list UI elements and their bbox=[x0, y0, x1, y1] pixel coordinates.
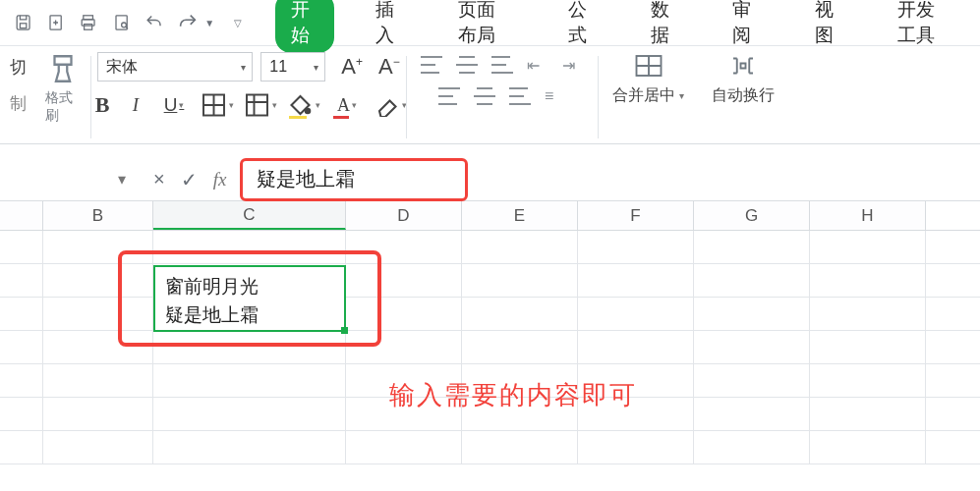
tab-review[interactable]: 审阅 bbox=[719, 0, 774, 54]
chevron-down-icon: ▾ bbox=[241, 62, 246, 73]
copy-label[interactable]: 制 bbox=[10, 92, 27, 115]
align-right-icon[interactable] bbox=[509, 87, 531, 105]
col-header-g[interactable]: G bbox=[694, 201, 810, 230]
font-name-combo[interactable]: 宋体▾ bbox=[97, 52, 253, 82]
svg-rect-9 bbox=[247, 95, 267, 116]
alignment-group: ⇤ ⇥ ≡ bbox=[407, 52, 598, 143]
fill-color-button[interactable]: ▾ bbox=[287, 93, 320, 117]
instruction-annotation: 输入需要的内容即可 bbox=[389, 378, 637, 412]
wrap-label: 自动换行 bbox=[712, 85, 775, 106]
align-left-icon[interactable] bbox=[438, 87, 460, 105]
chevron-down-icon: ▾ bbox=[314, 62, 318, 73]
cell-line-1: 窗前明月光 bbox=[165, 273, 334, 301]
clipboard-cut-group: 切 制 bbox=[0, 52, 35, 143]
print-icon[interactable] bbox=[79, 12, 97, 33]
formula-input[interactable]: 疑是地上霜 bbox=[240, 158, 468, 201]
font-group: 宋体▾ 11▾ A+ A− B I U▾ ▾ ▾ ▾ A▾ ▾ bbox=[91, 52, 406, 143]
indent-increase-icon[interactable]: ⇥ bbox=[562, 56, 584, 74]
svg-rect-1 bbox=[20, 24, 26, 28]
cell-line-2: 疑是地上霜 bbox=[165, 301, 334, 330]
redo-dropdown-icon[interactable]: ▼ bbox=[204, 18, 214, 28]
svg-point-10 bbox=[306, 109, 311, 114]
redo-icon[interactable] bbox=[177, 12, 199, 33]
merge-icon bbox=[634, 52, 663, 80]
chevron-down-icon: ▾ bbox=[679, 90, 684, 101]
cancel-edit-button[interactable]: × bbox=[153, 168, 165, 191]
italic-button[interactable]: I bbox=[124, 93, 147, 117]
align-middle-icon[interactable] bbox=[456, 56, 478, 74]
col-header-b[interactable]: B bbox=[43, 201, 153, 230]
align-center-icon[interactable] bbox=[474, 87, 495, 105]
col-header-e[interactable]: E bbox=[462, 201, 578, 230]
col-header-h[interactable]: H bbox=[810, 201, 926, 230]
format-painter-group: 格式刷 bbox=[35, 52, 90, 143]
align-bottom-icon[interactable] bbox=[491, 56, 513, 74]
tab-devtools[interactable]: 开发工具 bbox=[884, 0, 966, 54]
save-icon[interactable] bbox=[14, 12, 32, 33]
column-headers: B C D E F G H bbox=[0, 201, 980, 231]
brush-icon[interactable] bbox=[46, 52, 80, 85]
confirm-edit-button[interactable]: ✓ bbox=[181, 168, 198, 191]
format-painter-label[interactable]: 格式刷 bbox=[45, 89, 81, 125]
font-size-value: 11 bbox=[269, 58, 287, 76]
justify-icon[interactable]: ≡ bbox=[545, 87, 566, 105]
new-icon[interactable] bbox=[46, 12, 65, 33]
fill-handle[interactable] bbox=[341, 327, 348, 334]
quick-access-toolbar: ▼ ▽ 开始 插入 页面布局 公式 数据 审阅 视图 开发工具 bbox=[0, 0, 980, 45]
tab-start[interactable]: 开始 bbox=[275, 0, 334, 53]
font-name-value: 宋体 bbox=[106, 57, 138, 78]
col-header-d[interactable]: D bbox=[346, 201, 462, 230]
worksheet-grid: B C D E F G H 窗前明月光 疑是地上霜 输入需要的内容即可 bbox=[0, 201, 980, 464]
tab-insert[interactable]: 插入 bbox=[362, 0, 417, 54]
font-color-button[interactable]: A▾ bbox=[330, 93, 364, 117]
active-cell-editor[interactable]: 窗前明月光 疑是地上霜 bbox=[153, 265, 346, 332]
col-header-c[interactable]: C bbox=[153, 201, 346, 230]
svg-rect-5 bbox=[85, 25, 92, 30]
formula-input-value: 疑是地上霜 bbox=[257, 166, 355, 192]
font-size-combo[interactable]: 11▾ bbox=[260, 52, 325, 82]
decrease-font-icon[interactable]: A− bbox=[378, 54, 400, 80]
preview-icon[interactable] bbox=[112, 12, 131, 33]
qat-customize-icon[interactable]: ▽ bbox=[234, 18, 242, 28]
bold-button[interactable]: B bbox=[90, 93, 114, 117]
col-header-blank[interactable] bbox=[0, 201, 43, 230]
undo-icon[interactable] bbox=[144, 12, 163, 33]
formula-bar: ▾ × ✓ fx 疑是地上霜 bbox=[0, 144, 980, 201]
col-header-f[interactable]: F bbox=[578, 201, 694, 230]
tab-formula[interactable]: 公式 bbox=[554, 0, 609, 54]
eraser-button[interactable]: ▾ bbox=[374, 93, 407, 117]
wrap-text-button[interactable]: 自动换行 bbox=[698, 52, 788, 143]
cut-label[interactable]: 切 bbox=[10, 56, 27, 79]
underline-button[interactable]: U▾ bbox=[157, 93, 191, 117]
borders-button[interactable]: ▾ bbox=[201, 93, 234, 117]
cell-style-button[interactable]: ▾ bbox=[244, 93, 277, 117]
rows bbox=[0, 231, 980, 464]
tab-data[interactable]: 数据 bbox=[637, 0, 692, 54]
merge-label: 合并居中 bbox=[612, 85, 675, 106]
ribbon: 切 制 格式刷 宋体▾ 11▾ A+ A− B I U▾ ▾ ▾ ▾ A▾ ▾ bbox=[0, 46, 980, 144]
increase-font-icon[interactable]: A+ bbox=[341, 54, 363, 80]
namebox-dropdown[interactable]: ▾ bbox=[108, 166, 136, 193]
wrap-icon bbox=[728, 52, 758, 80]
tab-view[interactable]: 视图 bbox=[801, 0, 856, 54]
align-top-icon[interactable] bbox=[421, 56, 442, 74]
merge-center-button[interactable]: 合并居中▾ bbox=[599, 52, 698, 143]
fx-button[interactable]: fx bbox=[213, 169, 227, 191]
ribbon-tabs: 开始 插入 页面布局 公式 数据 审阅 视图 开发工具 bbox=[275, 0, 966, 45]
indent-decrease-icon[interactable]: ⇤ bbox=[527, 56, 548, 74]
tab-layout[interactable]: 页面布局 bbox=[444, 0, 527, 54]
